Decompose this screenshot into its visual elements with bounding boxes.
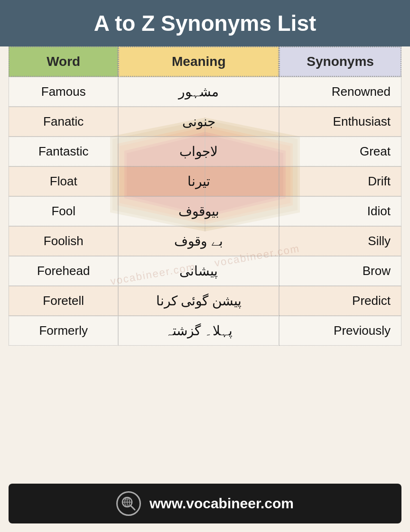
table-header-row: Word Meaning Synonyms: [9, 46, 401, 77]
cell-word: Forehead: [9, 256, 118, 286]
cell-word: Fool: [9, 196, 118, 226]
cell-synonym: Previously: [279, 316, 401, 346]
page-title: A to Z Synonyms List: [0, 0, 410, 46]
header-meaning: Meaning: [118, 46, 279, 77]
cell-meaning: بیوقوف: [118, 196, 279, 226]
cell-meaning: پیشانی: [118, 256, 279, 286]
cell-synonym: Renowned: [279, 77, 401, 107]
table-row: FloatتیرناDrift: [9, 166, 401, 196]
header-synonyms: Synonyms: [279, 46, 401, 77]
cell-synonym: Drift: [279, 166, 401, 196]
cell-word: Foretell: [9, 286, 118, 316]
cell-synonym: Predict: [279, 286, 401, 316]
table-row: Foolishبے وقوفSilly: [9, 226, 401, 256]
cell-meaning: پہلا۔ گزشتہ: [118, 316, 279, 346]
table-section: vocabineer.com vocabineer.com Word Meani…: [0, 46, 410, 484]
cell-word: Fantastic: [9, 137, 118, 166]
cell-synonym: Great: [279, 137, 401, 166]
globe-search-icon: www: [121, 495, 137, 512]
table-row: FoolبیوقوفIdiot: [9, 196, 401, 226]
cell-word: Famous: [9, 77, 118, 107]
cell-synonym: Enthusiast: [279, 107, 401, 137]
table-row: FantasticلاجوابGreat: [9, 137, 401, 166]
svg-line-12: [131, 506, 135, 510]
cell-meaning: بے وقوف: [118, 226, 279, 256]
footer-url: www.vocabineer.com: [149, 495, 294, 512]
footer-bar: www www.vocabineer.com: [9, 484, 401, 523]
cell-meaning: جنونی: [118, 107, 279, 137]
cell-meaning: تیرنا: [118, 166, 279, 196]
cell-synonym: Idiot: [279, 196, 401, 226]
cell-word: Formerly: [9, 316, 118, 346]
svg-text:www: www: [124, 498, 129, 501]
page-wrapper: A to Z Synonyms List vocabineer.com: [0, 0, 410, 532]
header-word: Word: [9, 46, 118, 77]
cell-synonym: Silly: [279, 226, 401, 256]
table-row: ForeheadپیشانیBrow: [9, 256, 401, 286]
cell-word: Fanatic: [9, 107, 118, 137]
cell-meaning: مشہور: [118, 77, 279, 107]
table-row: Formerlyپہلا۔ گزشتہPreviously: [9, 316, 401, 346]
cell-word: Float: [9, 166, 118, 196]
table-row: Foretellپیشن گوئی کرناPredict: [9, 286, 401, 316]
synonyms-table: Word Meaning Synonyms FamousمشہورRenowne…: [9, 46, 401, 346]
cell-meaning: پیشن گوئی کرنا: [118, 286, 279, 316]
cell-word: Foolish: [9, 226, 118, 256]
table-row: FamousمشہورRenowned: [9, 77, 401, 107]
cell-meaning: لاجواب: [118, 137, 279, 166]
table-row: FanaticجنونیEnthusiast: [9, 107, 401, 137]
footer-icon: www: [116, 491, 141, 516]
cell-synonym: Brow: [279, 256, 401, 286]
